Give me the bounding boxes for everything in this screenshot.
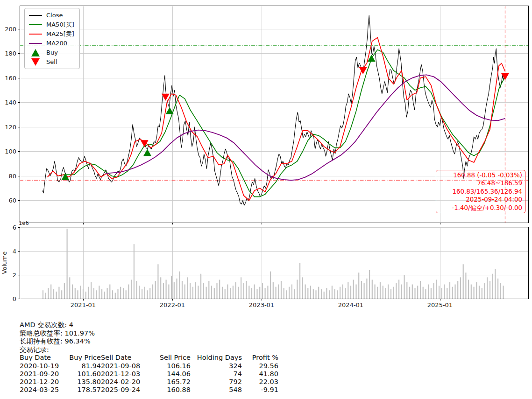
volume-bar — [388, 285, 389, 299]
volume-bar — [318, 287, 319, 299]
volume-bar — [353, 280, 354, 299]
volume-bar — [216, 283, 217, 299]
volume-bar — [85, 292, 86, 299]
volume-bar — [214, 288, 215, 299]
trade-cell: 81.94 — [64, 362, 101, 370]
volume-bar — [241, 277, 241, 299]
volume-bar — [149, 288, 150, 299]
volume-bar — [369, 270, 370, 299]
volume-scale-label: 1e6 — [19, 220, 29, 226]
trade-row: 2020-10-1981.942021-09-08106.1632429.56 — [20, 362, 278, 370]
trade-cell: 106.16 — [151, 362, 191, 370]
volume-bar — [345, 288, 346, 299]
volume-bar — [393, 287, 394, 299]
volume-bar — [128, 285, 129, 299]
volume-bar — [230, 288, 231, 299]
volume-bar — [99, 286, 99, 299]
volume-bar — [126, 290, 127, 299]
volume-bar — [203, 283, 204, 299]
volume-bar — [45, 293, 46, 299]
chart-canvas: 60801001201401601802002021-012022-012023… — [0, 0, 532, 315]
volume-bar — [75, 288, 76, 299]
volume-bar — [447, 288, 447, 299]
volume-bar — [259, 287, 260, 299]
volume-bar — [168, 285, 169, 299]
volume-bar — [428, 285, 429, 299]
volume-bar — [307, 288, 308, 299]
annotation-last-price: 160.88 (-0.05 -0.03%) — [439, 171, 522, 179]
volume-bar — [396, 283, 397, 299]
trade-row: 2021-12-20135.802024-02-20165.7279222.03 — [20, 378, 278, 386]
volume-bar — [179, 272, 180, 299]
volume-bar — [192, 287, 193, 299]
volume-bar — [53, 289, 54, 299]
x-tick-label: 2023-01 — [249, 301, 274, 308]
volume-bar — [61, 290, 62, 299]
volume-bar — [225, 289, 226, 299]
volume-bar — [206, 287, 207, 299]
volume-bar — [174, 282, 175, 299]
volume-bar — [117, 289, 118, 299]
ma200-line — [106, 75, 505, 180]
volume-bar — [412, 285, 413, 299]
volume-bar — [211, 286, 212, 299]
trade-cell: 178.57 — [64, 386, 101, 394]
volume-bar — [364, 283, 365, 299]
volume-bar — [355, 285, 356, 299]
volume-bar — [152, 285, 153, 299]
volume-bar — [190, 283, 191, 299]
price-annotation-box: 160.88 (-0.05 -0.03%) 76.48~186.59 160.8… — [436, 170, 525, 213]
volume-bar — [417, 286, 418, 299]
volume-bar — [77, 290, 78, 299]
volume-bar — [238, 287, 239, 299]
volume-bar — [273, 282, 274, 299]
volume-bar — [337, 290, 338, 299]
trade-cell: 2025-09-24 — [101, 386, 151, 394]
axis-ticks — [18, 29, 440, 301]
volume-bar — [284, 288, 284, 299]
volume-bar — [222, 287, 223, 299]
volume-bar — [235, 282, 236, 299]
volume-bar — [166, 280, 167, 299]
price-tick-label: 100 — [5, 148, 16, 155]
trades-col-header: Sell Price — [151, 354, 191, 362]
volume-bar — [377, 287, 378, 299]
volume-bar — [136, 281, 137, 299]
volume-bar — [468, 280, 469, 299]
volume-bar — [358, 273, 359, 299]
volume-bar — [157, 264, 158, 299]
price-tick-label: 160 — [5, 75, 16, 82]
sell-marker — [141, 140, 149, 147]
volume-bar — [144, 287, 145, 299]
volume-bar — [270, 272, 271, 299]
trade-cell: 160.88 — [151, 386, 191, 394]
trade-cell: 101.60 — [64, 370, 101, 378]
volume-bar — [425, 289, 426, 299]
volume-bar — [436, 280, 437, 299]
legend-label: MA25[卖] — [46, 30, 74, 38]
axes-frames — [20, 6, 528, 299]
volume-bar — [433, 283, 434, 299]
volume-bar — [142, 289, 142, 299]
volume-bar — [88, 287, 89, 299]
volume-bar — [286, 290, 287, 299]
volume-bar — [487, 277, 488, 299]
volume-bar — [431, 288, 432, 299]
volume-bar — [340, 287, 340, 299]
trade-cell: 2021-09-08 — [101, 362, 151, 370]
x-tick-label: 2022-01 — [160, 301, 185, 308]
volume-bar — [67, 229, 68, 299]
volume-bar — [182, 281, 183, 299]
trade-cell: 548 — [191, 386, 242, 394]
buy-marker — [143, 149, 151, 156]
volume-bar — [482, 288, 482, 299]
volume-bar — [43, 290, 43, 299]
volume-bar — [278, 285, 279, 299]
trade-cell: 2020-10-19 — [20, 362, 64, 370]
volume-bar — [200, 274, 201, 299]
volume-tick-label: 2 — [13, 272, 16, 279]
volume-bar — [302, 277, 303, 299]
legend-item-ma200: MA200 — [29, 40, 74, 47]
volume-bar — [262, 283, 263, 299]
stats-block: AMD 交易次数: 4 策略总收益率: 101.97% 长期持有收益: 96.3… — [20, 321, 278, 394]
